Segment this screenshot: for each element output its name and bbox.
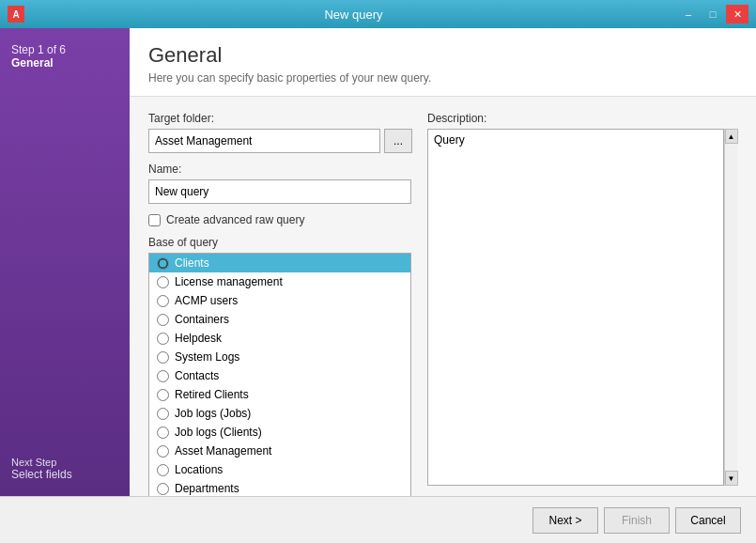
radio-system-logs-label: System Logs [175, 350, 239, 364]
radio-item-clients[interactable]: Clients [149, 254, 410, 272]
description-textarea[interactable]: Query [427, 129, 724, 486]
next-button[interactable]: Next > [532, 507, 598, 534]
scrollbar-up[interactable]: ▲ [725, 129, 738, 144]
radio-clients-label: Clients [175, 256, 209, 270]
radio-item-retired-clients[interactable]: Retired Clients [149, 385, 410, 404]
radio-retired-clients-label: Retired Clients [175, 388, 249, 401]
radio-job-logs-clients-label: Job logs (Clients) [175, 426, 262, 439]
radio-contacts-label: Contacts [175, 369, 219, 382]
description-scrollbar: ▲ ▼ [724, 129, 737, 486]
advanced-checkbox-label: Create advanced raw query [166, 213, 304, 226]
base-of-query-list: Clients License management ACMP users [148, 253, 411, 496]
left-form: Target folder: ... Name: Cr [148, 112, 412, 496]
radio-job-logs-jobs[interactable] [157, 408, 169, 420]
top-form: Target folder: ... Name: Cr [148, 112, 737, 496]
description-group: Description: Query ▲ ▼ [427, 112, 737, 486]
window-title: New query [30, 8, 677, 22]
finish-button[interactable]: Finish [604, 507, 670, 534]
minimize-button[interactable]: – [677, 5, 700, 23]
radio-license-management-label: License management [175, 275, 283, 288]
next-step-value: Select fields [11, 468, 118, 481]
radio-retired-clients[interactable] [157, 389, 169, 401]
target-folder-input-row: ... [148, 129, 412, 153]
radio-departments[interactable] [157, 483, 169, 495]
radio-helpdesk-label: Helpdesk [175, 332, 222, 345]
sidebar-next: Next Step Select fields [0, 442, 130, 496]
target-folder-group: Target folder: ... [148, 112, 412, 153]
name-group: Name: [148, 163, 412, 204]
radio-system-logs[interactable] [157, 351, 169, 364]
target-folder-label: Target folder: [148, 112, 412, 125]
page-title: General [148, 43, 737, 68]
description-label: Description: [427, 112, 737, 125]
radio-clients[interactable] [157, 257, 169, 270]
radio-contacts[interactable] [157, 370, 169, 382]
radio-item-asset-management[interactable]: Asset Management [149, 442, 410, 460]
content-area: General Here you can specify basic prope… [130, 28, 756, 496]
radio-item-helpdesk[interactable]: Helpdesk [149, 329, 410, 348]
radio-asset-management[interactable] [157, 445, 169, 458]
main-container: Step 1 of 6 General Next Step Select fie… [0, 28, 756, 496]
maximize-button[interactable]: □ [702, 5, 724, 23]
radio-locations[interactable] [157, 464, 169, 476]
radio-job-logs-jobs-label: Job logs (Jobs) [175, 407, 251, 420]
name-label: Name: [148, 163, 412, 176]
target-folder-input[interactable] [148, 129, 380, 153]
description-wrapper: Query ▲ ▼ [427, 129, 737, 486]
radio-departments-label: Departments [175, 482, 239, 495]
step-name: General [11, 56, 118, 70]
content-body: Target folder: ... Name: Cr [130, 97, 756, 496]
name-input[interactable] [148, 179, 411, 204]
radio-acmp-users[interactable] [157, 295, 169, 307]
radio-job-logs-clients[interactable] [157, 427, 169, 439]
next-step-label: Next Step [11, 457, 118, 468]
radio-item-license-management[interactable]: License management [149, 272, 410, 291]
step-number: Step 1 of 6 [11, 43, 118, 56]
radio-item-departments[interactable]: Departments [149, 479, 410, 496]
radio-license-management[interactable] [157, 276, 169, 288]
radio-item-job-logs-jobs[interactable]: Job logs (Jobs) [149, 404, 410, 423]
radio-containers[interactable] [157, 314, 169, 326]
close-button[interactable]: ✕ [726, 5, 748, 23]
page-subtitle: Here you can specify basic properties of… [148, 71, 737, 85]
radio-item-acmp-users[interactable]: ACMP users [149, 291, 410, 310]
radio-item-containers[interactable]: Containers [149, 310, 410, 329]
radio-locations-label: Locations [175, 463, 223, 476]
scrollbar-down[interactable]: ▼ [725, 471, 738, 486]
advanced-checkbox-row: Create advanced raw query [148, 213, 412, 226]
sidebar: Step 1 of 6 General Next Step Select fie… [0, 28, 130, 496]
right-form: Description: Query ▲ ▼ [427, 112, 737, 496]
advanced-checkbox[interactable] [148, 214, 161, 226]
window-controls: – □ ✕ [677, 5, 748, 23]
app-logo: A [8, 6, 24, 23]
radio-asset-management-label: Asset Management [175, 444, 271, 458]
content-header: General Here you can specify basic prope… [130, 28, 756, 97]
radio-item-contacts[interactable]: Contacts [149, 366, 410, 385]
radio-helpdesk[interactable] [157, 333, 169, 345]
radio-containers-label: Containers [175, 313, 229, 326]
sidebar-step: Step 1 of 6 General [0, 28, 130, 85]
radio-item-locations[interactable]: Locations [149, 460, 410, 479]
radio-item-system-logs[interactable]: System Logs [149, 348, 410, 366]
radio-item-job-logs-clients[interactable]: Job logs (Clients) [149, 423, 410, 442]
base-of-query-label: Base of query [148, 236, 412, 249]
browse-button[interactable]: ... [384, 129, 412, 153]
cancel-button[interactable]: Cancel [675, 507, 741, 534]
radio-acmp-users-label: ACMP users [175, 294, 238, 307]
title-bar: A New query – □ ✕ [0, 0, 756, 28]
bottom-bar: Next > Finish Cancel [0, 496, 756, 543]
